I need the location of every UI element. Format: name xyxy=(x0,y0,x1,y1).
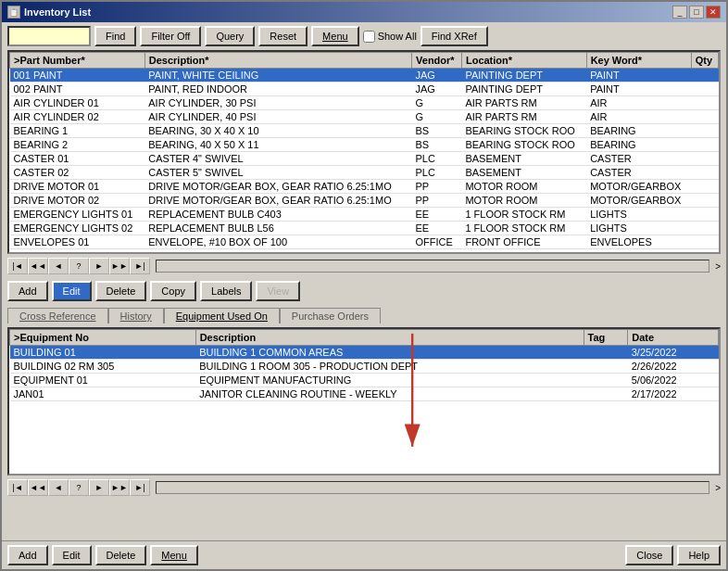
edit-button[interactable]: Edit xyxy=(52,281,92,301)
tabs-row: Cross Reference History Equipment Used O… xyxy=(7,308,721,324)
show-all-label: Show All xyxy=(363,31,417,43)
maximize-button[interactable]: □ xyxy=(689,6,704,19)
table-row[interactable]: DRIVE MOTOR 01DRIVE MOTOR/GEAR BOX, GEAR… xyxy=(10,180,719,194)
minimize-button[interactable]: _ xyxy=(672,6,687,19)
lower-table-container: >Equipment No Description Tag Date BUILD… xyxy=(7,327,721,476)
delete-button[interactable]: Delete xyxy=(95,281,147,301)
col-date: Date xyxy=(628,330,719,346)
lower-nav-next-button[interactable]: ► xyxy=(89,479,109,496)
table-row[interactable]: BUILDING 02 RM 305BUILDING 1 ROOM 305 - … xyxy=(10,360,719,374)
tab-equipment-used-on[interactable]: Equipment Used On xyxy=(164,308,280,324)
tab-history[interactable]: History xyxy=(108,308,164,324)
copy-button[interactable]: Copy xyxy=(150,281,196,301)
view-button[interactable]: View xyxy=(256,281,300,301)
bottom-add-button[interactable]: Add xyxy=(7,545,48,565)
tab-cross-reference[interactable]: Cross Reference xyxy=(7,308,108,324)
table-row[interactable]: DRIVE MOTOR 02DRIVE MOTOR/GEAR BOX, GEAR… xyxy=(10,194,719,208)
search-input[interactable] xyxy=(7,26,91,46)
lower-scroll-right-indicator: > xyxy=(715,483,721,493)
content-area: >Part Number* Description* Vendor* Locat… xyxy=(2,50,726,540)
table-row[interactable]: CASTER 01CASTER 4" SWIVELPLCBASEMENTCAST… xyxy=(10,152,719,166)
upper-table-scroll[interactable]: >Part Number* Description* Vendor* Locat… xyxy=(9,52,719,252)
lower-nav-prev-page-button[interactable]: ◄◄ xyxy=(28,479,48,496)
nav-prev-button[interactable]: ◄ xyxy=(48,258,69,274)
table-row[interactable]: 001 PAINTPAINT, WHITE CEILINGJAGPAINTING… xyxy=(10,69,719,82)
bottom-edit-button[interactable]: Edit xyxy=(52,545,92,565)
query-button[interactable]: Query xyxy=(205,26,255,46)
action-buttons-row: Add Edit Delete Copy Labels View xyxy=(7,278,721,304)
table-row[interactable]: BUILDING 01BUILDING 1 COMMON AREAS3/25/2… xyxy=(10,346,719,360)
title-bar: 📋 Inventory List _ □ ✕ xyxy=(2,2,726,22)
table-row[interactable]: EMERGENCY LIGHTS 02REPLACEMENT BULB L56E… xyxy=(10,222,719,235)
lower-table-header: >Equipment No Description Tag Date xyxy=(10,330,719,346)
col-equip-no: >Equipment No xyxy=(10,330,196,346)
nav-first-button[interactable]: |◄ xyxy=(7,258,28,274)
reset-button[interactable]: Reset xyxy=(258,26,308,46)
tab-purchase-orders[interactable]: Purchase Orders xyxy=(280,308,381,324)
find-xref-button[interactable]: Find XRef xyxy=(420,26,488,46)
bottom-menu-button[interactable]: Menu xyxy=(150,545,198,565)
col-vendor: Vendor* xyxy=(412,53,462,69)
show-all-checkbox[interactable] xyxy=(363,31,375,43)
bottom-close-button[interactable]: Close xyxy=(625,545,673,565)
table-row[interactable]: AIR CYLINDER 01AIR CYLINDER, 30 PSIGAIR … xyxy=(10,96,719,110)
add-button[interactable]: Add xyxy=(7,281,48,301)
col-qty: Qty xyxy=(691,53,718,69)
lower-nav-prev-button[interactable]: ◄ xyxy=(48,479,69,496)
menu-button[interactable]: Menu xyxy=(311,26,359,46)
upper-scrollbar[interactable] xyxy=(156,260,709,273)
nav-next-button[interactable]: ► xyxy=(89,258,109,274)
col-description: Description* xyxy=(144,53,411,69)
labels-button[interactable]: Labels xyxy=(200,281,252,301)
col-tag: Tag xyxy=(584,330,628,346)
bottom-bar-right: Close Help xyxy=(625,545,721,565)
main-window: 📋 Inventory List _ □ ✕ Find Filter Off Q… xyxy=(0,0,728,571)
table-row[interactable]: EQUIPMENT 01EQUIPMENT MANUFACTURING5/06/… xyxy=(10,374,719,387)
lower-table: >Equipment No Description Tag Date BUILD… xyxy=(9,329,719,401)
table-row[interactable]: 002 PAINTPAINT, RED INDOORJAGPAINTING DE… xyxy=(10,82,719,96)
lower-controls: |◄ ◄◄ ◄ ? ► ►► ►| > xyxy=(7,479,721,496)
nav-help-button[interactable]: ? xyxy=(69,258,89,274)
lower-nav-buttons: |◄ ◄◄ ◄ ? ► ►► ►| xyxy=(7,479,150,496)
bottom-bar: Add Edit Delete Menu Close Help xyxy=(2,540,726,569)
window-icon: 📋 xyxy=(7,6,20,19)
upper-table-container: >Part Number* Description* Vendor* Locat… xyxy=(7,50,721,254)
lower-table-scroll[interactable]: >Equipment No Description Tag Date BUILD… xyxy=(9,329,719,474)
lower-nav-help-button[interactable]: ? xyxy=(69,479,89,496)
table-row[interactable]: BEARING 2BEARING, 40 X 50 X 11BSBEARING … xyxy=(10,138,719,152)
nav-next-page-button[interactable]: ►► xyxy=(109,258,130,274)
nav-last-button[interactable]: ►| xyxy=(130,258,150,274)
bottom-bar-left: Add Edit Delete Menu xyxy=(7,545,198,565)
table-row[interactable]: CASTER 02CASTER 5" SWIVELPLCBASEMENTCAST… xyxy=(10,166,719,180)
upper-table-body: 001 PAINTPAINT, WHITE CEILINGJAGPAINTING… xyxy=(10,69,719,249)
lower-scrollbar[interactable] xyxy=(156,481,709,494)
bottom-help-button[interactable]: Help xyxy=(677,545,721,565)
title-bar-left: 📋 Inventory List xyxy=(7,6,91,19)
filter-off-button[interactable]: Filter Off xyxy=(140,26,201,46)
title-buttons: _ □ ✕ xyxy=(672,6,721,19)
lower-nav-last-button[interactable]: ►| xyxy=(130,479,150,496)
lower-nav-next-page-button[interactable]: ►► xyxy=(109,479,130,496)
find-button[interactable]: Find xyxy=(94,26,136,46)
table-row[interactable]: ENVELOPES 01ENVELOPE, #10 BOX OF 100OFFI… xyxy=(10,235,719,249)
table-row[interactable]: JAN01JANITOR CLEANING ROUTINE - WEEKLY2/… xyxy=(10,387,719,401)
window-title: Inventory List xyxy=(24,6,91,18)
table-row[interactable]: BEARING 1BEARING, 30 X 40 X 10BSBEARING … xyxy=(10,124,719,138)
lower-nav-first-button[interactable]: |◄ xyxy=(7,479,28,496)
col-equip-desc: Description xyxy=(195,330,584,346)
col-keyword: Key Word* xyxy=(586,53,691,69)
col-part-number: >Part Number* xyxy=(10,53,145,69)
table-row[interactable]: EMERGENCY LIGHTS 01REPLACEMENT BULB C403… xyxy=(10,208,719,222)
nav-prev-page-button[interactable]: ◄◄ xyxy=(28,258,48,274)
scroll-right-indicator: > xyxy=(715,261,721,272)
upper-controls: |◄ ◄◄ ◄ ? ► ►► ►| > xyxy=(7,258,721,274)
upper-table: >Part Number* Description* Vendor* Locat… xyxy=(9,52,719,249)
upper-nav-buttons: |◄ ◄◄ ◄ ? ► ►► ►| xyxy=(7,258,150,274)
table-row[interactable]: AIR CYLINDER 02AIR CYLINDER, 40 PSIGAIR … xyxy=(10,110,719,124)
close-button[interactable]: ✕ xyxy=(706,6,721,19)
col-location: Location* xyxy=(461,53,586,69)
toolbar: Find Filter Off Query Reset Menu Show Al… xyxy=(2,22,726,50)
bottom-delete-button[interactable]: Delete xyxy=(95,545,147,565)
lower-table-body: BUILDING 01BUILDING 1 COMMON AREAS3/25/2… xyxy=(10,346,719,401)
upper-table-header: >Part Number* Description* Vendor* Locat… xyxy=(10,53,719,69)
